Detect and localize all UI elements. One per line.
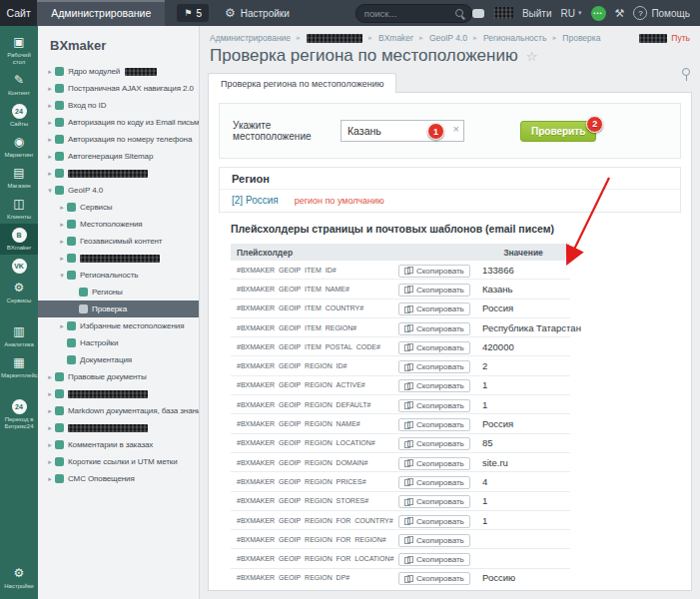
path-toggle-link[interactable]: Путь [671,33,690,43]
copy-cell: Скопировать [398,472,476,490]
sidebar-item-yadro[interactable]: ▸Ядро модулей [38,63,199,80]
rail-item-bxmaker[interactable]: BBXmaker [0,224,38,255]
sidebar-item-dokumentaciya[interactable]: Документация [38,351,199,368]
breadcrumb-link[interactable]: Региональность [483,33,546,43]
rail-item-marketing[interactable]: ◉Маркетинг [0,131,38,162]
copy-button[interactable]: Скопировать [398,379,470,392]
copy-button[interactable]: Скопировать [398,302,470,315]
rail-item-shop[interactable]: ▤Магазин [0,162,38,193]
rail-item-clients[interactable]: ◫Клиенты [0,193,38,224]
rail-item-services[interactable]: ⚙Сервисы [0,277,38,307]
breadcrumb-link[interactable]: BXmaker [378,33,413,43]
sidebar-item-markdown[interactable]: ▸Markdown документация, база знаний [38,402,199,419]
sidebar-item-label: Короткие ссылки и UTM метки [68,457,178,466]
rail-item-desktop[interactable]: ▣Рабочий стол [0,31,38,69]
logout-link[interactable]: Выйти [522,8,552,19]
sidebar-item-auth-email[interactable]: ▸Авторизация по коду из Email письма [38,114,199,131]
rail-item-label: Рабочий стол [1,52,37,66]
copy-button[interactable]: Скопировать [398,457,470,470]
messages-icon[interactable] [472,9,484,18]
rail-item-label: Маркетинг [4,152,33,159]
copy-button[interactable]: Скопировать [398,553,470,566]
admin-tab[interactable]: Администрирование [37,0,165,26]
menu-bullet-icon [67,355,76,364]
placeholder-name: #BXMAKER_GEOIP_REGION_STORES# [231,497,398,504]
copy-button[interactable]: Скопировать [398,515,470,528]
tab-region-check[interactable]: Проверка региона по местоположению [208,73,396,93]
region-link[interactable]: [2] Россия [232,195,279,206]
favorite-star-icon[interactable]: ☆ [526,49,538,64]
sidebar-item-sitemap[interactable]: ▸Автогенерация Sitemap [38,148,199,165]
sidebar-item-auth-phone[interactable]: ▸Авторизация по номеру телефона [38,131,199,148]
sidebar-item-redacted-4[interactable]: ▸ [38,419,199,436]
menu-bullet-icon [67,203,76,212]
sidebar-item-nastroyki[interactable]: Настройки [38,334,199,351]
copy-button[interactable]: Скопировать [398,341,470,354]
sidebar-item-kommentarii[interactable]: ▸Комментарии в заказах [38,436,199,453]
sidebar-item-redacted-1[interactable]: ▸ [38,165,199,182]
copy-button[interactable]: Скопировать [398,322,470,335]
table-row: #BXMAKER_GEOIP_REGION_ACTIVE#Скопировать… [231,376,570,395]
sidebar-item-redacted-3[interactable]: ▸ [38,385,199,402]
placeholder-name: #BXMAKER_GEOIP_REGION_FOR_REGION# [231,536,398,543]
copy-button[interactable]: Скопировать [398,360,470,373]
copy-button[interactable]: Скопировать [398,284,470,297]
sidebar-item-sms[interactable]: ▸СМС Оповещения [38,470,199,487]
sidebar-item-redacted-2[interactable]: ▸ [38,250,199,267]
breadcrumb-link[interactable]: Проверка [562,33,600,43]
menu-bullet-icon [55,406,64,415]
rail-item-marketplace[interactable]: ▦Маркетплейс [0,351,38,382]
clear-input-icon[interactable]: × [453,124,459,135]
rail-item-b24[interactable]: 24Переход в Битрикс24 [0,395,38,433]
topbar-search-input[interactable]: поиск... [355,4,472,23]
notifications-counter[interactable]: ⚑ 5 [177,4,209,22]
sidebar-item-korotkie-ssylki[interactable]: ▸Короткие ссылки и UTM метки [38,453,199,470]
copy-button[interactable]: Скопировать [398,534,470,547]
sidebar-item-label: Markdown документация, база знаний [68,406,199,415]
redacted-path [639,34,667,43]
rail-item-sites[interactable]: 24Сайты [0,100,38,131]
location-input[interactable] [341,120,464,142]
copy-button[interactable]: Скопировать [398,265,470,278]
sidebar-item-regionalnost[interactable]: ▾Региональность [38,267,199,284]
sidebar-item-vhod-id[interactable]: ▸Вход по ID [38,97,199,114]
copy-button[interactable]: Скопировать [398,437,470,450]
copy-button[interactable]: Скопировать [398,572,470,585]
sidebar-item-pravovye[interactable]: ▸Правовые документы [38,368,199,385]
copy-button-label: Скопировать [416,555,464,564]
sidebar-item-izbrannye[interactable]: ▸Избранные местоположения [38,317,199,334]
copy-button[interactable]: Скопировать [398,399,470,412]
copy-cell: Скопировать [398,280,476,298]
sidebar-item-mestopolozheniya[interactable]: ▸Местоположения [38,216,199,233]
check-button[interactable]: Проверить 2 [520,121,596,142]
sidebar-item-servisy[interactable]: ▸Сервисы [38,199,199,216]
breadcrumb-link[interactable]: GeoIP 4.0 [429,33,467,43]
sidebar-item-regiony[interactable]: Регионы [38,284,199,300]
copy-cell: Скопировать [398,434,476,452]
sidebar-item-geoip[interactable]: ▾GeoIP 4.0 [38,182,199,199]
rail-item-analytics[interactable]: ▥Аналитика [0,320,38,351]
rail-item-label: Клиенты [7,214,31,221]
site-tab[interactable]: Сайт [0,0,37,26]
region-default-note: регион по умолчанию [295,196,384,206]
wrench-icon[interactable]: ⚒ [615,7,625,20]
topbar-settings-button[interactable]: ⚙ Настройки [225,0,290,26]
rail-item-settings[interactable]: ⚙Настройки [0,562,38,593]
chat-icon[interactable]: ••• [591,6,606,21]
sidebar-item-ajax-nav[interactable]: ▸Постраничная AJAX навигация 2.0 [38,80,199,97]
sidebar-item-geo-content[interactable]: ▸Геозависимый контент [38,233,199,250]
breadcrumb-link[interactable]: Администрирование [210,33,291,43]
pin-icon[interactable] [681,68,691,81]
copy-button[interactable]: Скопировать [398,495,470,508]
sidebar-item-proverka[interactable]: Проверка [38,300,199,317]
rail-item-vk[interactable]: VK [0,255,38,277]
menu-bullet-icon [55,372,64,381]
rail-item-content[interactable]: ✎Контент [0,69,38,100]
placeholder-value: 420000 [476,341,570,352]
menu-bullet-icon [55,135,64,144]
copy-button-label: Скопировать [416,343,464,352]
copy-button[interactable]: Скопировать [398,418,470,431]
language-select[interactable]: RU ▾ [561,8,582,19]
copy-button[interactable]: Скопировать [398,476,470,489]
help-link[interactable]: ? Помощь [633,6,690,20]
